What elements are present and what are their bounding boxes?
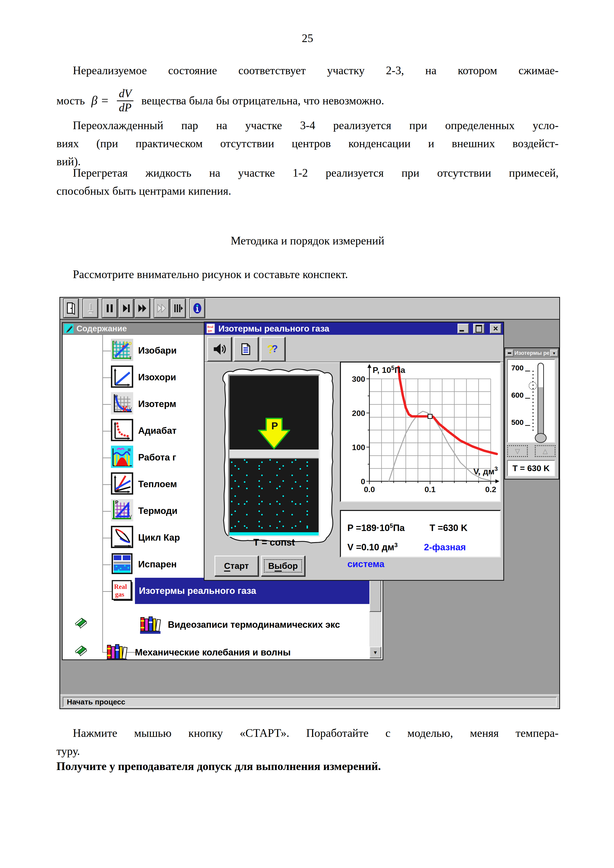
pause-button[interactable] [102,299,117,318]
tree-branch [102,377,112,378]
exit-button[interactable] [64,299,78,318]
temperature-window: Изотермы ре ▼ 700 600 500 ▽ △ T = 630 K [504,347,559,479]
temperature-up-button[interactable]: △ [535,445,556,457]
system-menu-button[interactable] [505,350,513,356]
closing-paragraph: Нажмите мышью кнопку «СТАРТ». Поработайт… [56,724,558,760]
temperature-value-box: T = 630 K [507,460,555,476]
thermometer-tube[interactable] [538,363,544,436]
paragraph-line: способных быть центрами кипения. [56,182,558,200]
frame-advance-button[interactable] [171,299,185,318]
svg-text:Real: Real [207,325,213,329]
sim-window-title: Изотермы реального газа [218,324,453,333]
thermometer-bulb [535,433,547,443]
info-button[interactable] [190,299,205,318]
scroll-down-button[interactable]: ▼ [369,646,381,659]
help-button[interactable]: ?? [260,337,285,361]
pause-icon [105,302,115,315]
svg-text:V: V [129,406,132,411]
tree-item-real-gas-isotherms[interactable]: Realgas Изотермы реального газа [63,579,370,603]
svg-text:Real: Real [114,583,127,591]
tree-item-video-records[interactable]: Видеозаписи термодинамических экс [63,612,370,637]
scale-label: 600 [510,391,524,399]
sim-toolbar: ?? [207,337,285,361]
minimize-icon [460,330,464,332]
tree-item-label: Испарен [138,552,177,577]
tree-branch [102,404,112,405]
tree-item-label: Механические колебания и волны [135,640,291,659]
isotherm-curve [399,367,497,454]
x-tick-label: 0.1 [424,485,435,494]
tree-item-mechanical-oscillations[interactable]: Механические колебания и волны [63,640,370,659]
paragraph-1: Нереализуемое состояние соответствует уч… [56,61,558,121]
heat-capacity-icon [111,472,133,494]
slider-focus-marker[interactable] [529,381,537,390]
gas-molecules-region [230,459,319,532]
green-book-icon [73,644,89,659]
skip-frames-icon [157,302,166,315]
minimize-button[interactable] [457,324,469,333]
status-bar: Начать процесс [60,695,559,708]
tree-branch [102,564,112,565]
y-axis-arrow [367,364,372,368]
real-gas-icon: Realgas [207,323,215,334]
pressure-value: P =189·105Па [347,523,405,533]
piston-pressure-label: P [271,420,278,431]
info-icon [192,302,202,315]
choice-button-label-rest: бор [282,561,298,570]
isotherm-chart-icon: PV [111,392,133,414]
isobar-chart-icon: isoVT [111,339,133,361]
svg-text:?: ? [272,343,278,354]
svg-text:P: P [115,499,118,505]
closing-bold-line: Получите у преподавателя допуск для выпо… [56,757,558,775]
paragraph-line: Нереализуемое состояние соответствует уч… [56,61,558,79]
dropdown-button[interactable]: ▼ [550,350,558,356]
svg-text:P: P [115,394,118,399]
fast-forward-button[interactable] [135,299,150,318]
evaporation-icon [111,553,133,575]
x-tick-label: 0.2 [485,485,496,494]
tree-branch [102,511,112,512]
adiabat-chart-icon [111,419,133,441]
y-axis-label: P, 105Па [373,364,406,375]
tree-item-label: Изохори [138,365,176,390]
state-readout-panel: P =189·105Па T =630 K V =0.10 дм3 2-фазн… [340,510,501,558]
tree-item-label: Видеозаписи термодинамических экс [168,612,340,637]
step-forward-icon [121,302,131,315]
pv-chart-panel: 300 200 100 0 0.0 0.1 0.2 P, 105Па V, дм… [340,361,501,502]
temperature-down-button[interactable]: ▽ [507,445,528,457]
sound-button[interactable] [207,337,232,361]
tree-item-label: Теплоем [138,472,177,497]
chart-marker[interactable] [428,414,432,418]
app-toolbar [60,298,559,320]
tree-item-label: Цикл Кар [138,525,180,550]
temperature-titlebar[interactable]: Изотермы ре ▼ [505,348,558,358]
svg-text:V: V [113,340,117,345]
bookshelf-icon [104,641,130,659]
sim-titlebar[interactable]: Realgas Изотермы реального газа ✕ [205,322,503,335]
fast-forward-icon [137,302,147,315]
svg-text:=: = [128,447,131,453]
physics-app-window: Содержание isoVT Изобари Изохори PV [59,297,560,709]
gas-cylinder: P [228,374,320,537]
piston[interactable] [230,450,319,459]
svg-text:gas: gas [115,591,124,598]
pressure-temperature-row: P =189·105Па T =630 K [347,518,500,536]
start-button-hotkey: С [224,561,230,572]
notes-button[interactable] [234,337,258,361]
speaker-icon [212,342,227,356]
step-forward-button[interactable] [118,299,134,318]
close-button[interactable]: ✕ [490,324,501,333]
choice-button[interactable]: Выбор [261,555,305,576]
measure-tool-button[interactable] [83,299,98,318]
y-tick-label: 0 [361,477,365,486]
volume-value: V =0.10 дм3 [347,542,398,552]
start-button[interactable]: Старт [215,555,258,576]
scale-label: 500 [510,418,524,426]
selected-tree-item-label[interactable]: Изотермы реального газа [135,578,370,604]
tree-branch [102,538,112,538]
x-axis-label: V, дм3 [473,465,498,476]
chart-grid [369,379,491,481]
skip-frames-button[interactable] [154,299,169,318]
maximize-button[interactable] [473,324,485,333]
real-gas-isotherms-window: Realgas Изотермы реального газа ✕ ?? [204,322,504,581]
